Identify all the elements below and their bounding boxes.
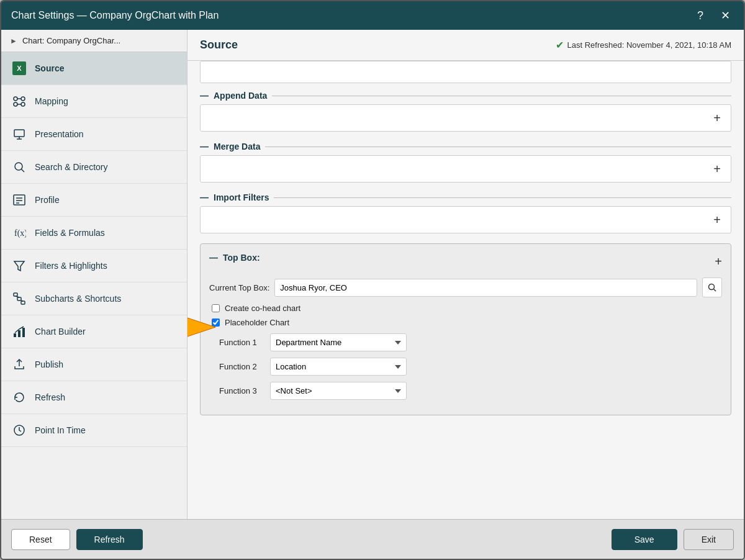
function-2-label: Function 2: [219, 362, 263, 371]
import-filters-box: +: [200, 206, 731, 233]
subchart-icon: [11, 291, 27, 307]
svg-point-26: [709, 284, 715, 290]
function-1-label: Function 1: [219, 338, 263, 347]
function-3-select[interactable]: Department Name Location <Not Set>: [270, 382, 407, 400]
top-box-section: — Top Box: + Current Top Box:: [200, 243, 731, 415]
current-top-box-label: Current Top Box:: [209, 283, 269, 292]
svg-line-10: [22, 169, 25, 173]
section-import-filters: — Import Filters +: [200, 192, 731, 233]
chevron-right-icon: ►: [10, 37, 17, 45]
sidebar-breadcrumb[interactable]: ► Chart: Company OrgChar...: [1, 30, 187, 52]
sidebar-item-subcharts-shortcuts[interactable]: Subcharts & Shortcuts: [1, 282, 187, 315]
function-2-select[interactable]: Department Name Location <Not Set>: [270, 358, 407, 376]
sidebar-item-point-in-time[interactable]: Point In Time: [1, 414, 187, 447]
reset-button[interactable]: Reset: [11, 529, 70, 550]
sidebar-item-label: Publish: [35, 359, 63, 369]
sidebar-item-refresh[interactable]: Refresh: [1, 381, 187, 414]
app-window: Chart Settings — Company OrgChart with P…: [0, 0, 745, 560]
exit-button[interactable]: Exit: [684, 529, 734, 550]
sidebar-item-label: Profile: [35, 195, 60, 205]
svg-line-27: [714, 289, 716, 292]
formula-icon: f(x): [11, 225, 27, 241]
import-filters-header: — Import Filters: [200, 192, 731, 202]
merge-data-line: [265, 147, 731, 147]
svg-rect-6: [14, 130, 24, 137]
sidebar-item-profile[interactable]: Profile: [1, 184, 187, 217]
function-3-label: Function 3: [219, 386, 263, 395]
sidebar-item-search-directory[interactable]: Search & Directory: [1, 151, 187, 184]
sidebar-item-label: Presentation: [35, 129, 84, 139]
breadcrumb-text: Chart: Company OrgChar...: [22, 36, 120, 45]
svg-point-9: [15, 163, 22, 170]
svg-point-3: [21, 102, 25, 106]
import-filters-add-button[interactable]: +: [710, 212, 725, 228]
sidebar-item-filters-highlights[interactable]: Filters & Highlights: [1, 250, 187, 282]
top-box-header: — Top Box:: [209, 253, 260, 263]
top-box-add-button[interactable]: +: [715, 255, 722, 269]
help-button[interactable]: ?: [692, 7, 709, 24]
title-bar: Chart Settings — Company OrgChart with P…: [1, 1, 744, 30]
last-refreshed-text: Last Refreshed: November 4, 2021, 10:18 …: [567, 40, 732, 50]
close-button[interactable]: ✕: [716, 7, 734, 24]
sidebar-item-mapping[interactable]: Mapping: [1, 85, 187, 118]
top-box-title: Top Box:: [223, 253, 260, 263]
sidebar-nav: X Source Mapping Presentation: [1, 52, 187, 519]
section-top-box: — Top Box: + Current Top Box:: [200, 243, 731, 415]
current-top-box-input[interactable]: [274, 279, 697, 297]
window-title: Chart Settings — Company OrgChart with P…: [11, 10, 219, 21]
svg-rect-23: [18, 330, 20, 337]
merge-data-add-button[interactable]: +: [710, 161, 725, 178]
sidebar-item-fields-formulas[interactable]: f(x) Fields & Formulas: [1, 217, 187, 250]
sidebar-item-label: Source: [35, 63, 64, 73]
sidebar-item-label: Mapping: [35, 96, 68, 106]
sidebar-item-label: Refresh: [35, 392, 65, 402]
content-header: Source ✔ Last Refreshed: November 4, 202…: [187, 30, 744, 61]
sidebar-item-label: Point In Time: [35, 425, 86, 435]
sidebar-item-publish[interactable]: Publish: [1, 348, 187, 381]
svg-text:f(x): f(x): [14, 228, 26, 238]
sidebar-item-label: Subcharts & Shortcuts: [35, 294, 121, 304]
sidebar: ► Chart: Company OrgChar... X Source Map…: [1, 30, 187, 519]
last-refreshed: ✔ Last Refreshed: November 4, 2021, 10:1…: [556, 39, 732, 51]
sidebar-item-source[interactable]: X Source: [1, 52, 187, 85]
svg-rect-19: [21, 301, 25, 304]
svg-marker-16: [14, 261, 24, 271]
top-box-search-button[interactable]: [702, 278, 722, 297]
bottom-right-buttons: Save Exit: [612, 529, 734, 550]
section-merge-data: — Merge Data +: [200, 142, 731, 183]
mapping-icon: [11, 93, 27, 109]
search-icon: [11, 159, 27, 175]
sidebar-item-label: Fields & Formulas: [35, 228, 105, 238]
source-icon: X: [11, 60, 27, 76]
merge-data-header: — Merge Data: [200, 142, 731, 151]
content-area: Source ✔ Last Refreshed: November 4, 202…: [187, 30, 744, 519]
placeholder-chart-container: Placeholder Chart: [209, 318, 722, 327]
time-icon: [11, 422, 27, 438]
function-1-select[interactable]: Department Name Location <Not Set>: [270, 333, 407, 351]
sidebar-item-chart-builder[interactable]: Chart Builder: [1, 315, 187, 348]
function-2-row: Function 2 Department Name Location <Not…: [219, 358, 722, 376]
append-data-line: [272, 96, 731, 96]
append-data-add-button[interactable]: +: [710, 110, 725, 127]
svg-line-21: [21, 300, 23, 301]
refresh-button[interactable]: Refresh: [76, 529, 143, 550]
svg-rect-22: [14, 333, 16, 337]
svg-marker-28: [187, 315, 215, 340]
svg-point-0: [14, 97, 17, 101]
content-title: Source: [200, 38, 238, 52]
placeholder-chart-row: Placeholder Chart: [209, 318, 722, 327]
append-data-header: — Append Data: [200, 91, 731, 101]
sidebar-item-presentation[interactable]: Presentation: [1, 118, 187, 151]
function-1-row: Function 1 Department Name Location <Not…: [219, 333, 722, 351]
import-filters-line: [274, 197, 731, 198]
import-filters-title: Import Filters: [214, 192, 269, 202]
arrow-indicator: [187, 312, 215, 345]
profile-icon: [11, 192, 27, 208]
current-top-box-row: Current Top Box:: [209, 278, 722, 297]
save-button[interactable]: Save: [612, 529, 677, 550]
create-cohead-row: Create co-head chart: [209, 304, 722, 313]
append-data-title: Append Data: [214, 91, 267, 101]
content-scroll: — Append Data + — Merge Data: [187, 61, 744, 519]
merge-data-title: Merge Data: [214, 142, 260, 151]
merge-data-box: +: [200, 155, 731, 183]
